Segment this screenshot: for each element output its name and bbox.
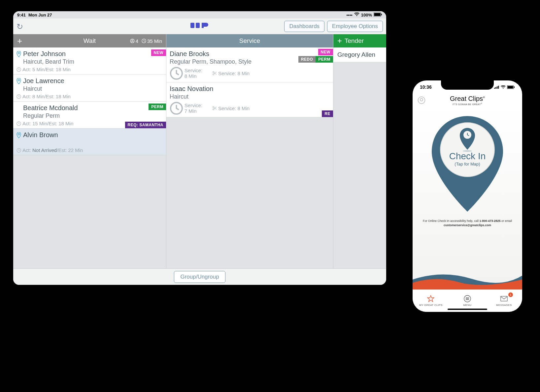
tender-header[interactable]: + Tender: [333, 34, 386, 47]
svg-rect-27: [508, 86, 513, 88]
customer-name: Beatrice Mcdonald: [23, 104, 78, 112]
service-list[interactable]: Diane Brooks Regular Perm, Shampoo, Styl…: [166, 47, 333, 268]
customer-services: Haircut: [170, 93, 330, 100]
app-logo: [190, 21, 209, 31]
service-column: Service Diane Brooks Regular Perm, Shamp…: [166, 34, 333, 268]
customer-name: Isaac Novation: [170, 85, 213, 93]
columns-area: + Wait 4 35 Min Peter Johnson Ha: [13, 34, 386, 268]
tab-messages[interactable]: 1 MESSAGES: [486, 290, 522, 312]
toolbar: ↻ Dashboards Employee Options: [13, 18, 386, 34]
iphone-status-icons: [494, 85, 515, 89]
battery-icon: [374, 13, 382, 17]
service-time: Service: 8 Min Service: 8 Min: [170, 67, 330, 80]
wait-time: Act: 5 Min/Est: 18 Min: [17, 67, 163, 72]
wait-title: Wait: [84, 37, 96, 45]
badge-perm: PERM: [316, 56, 333, 63]
status-time: 9:41: [17, 13, 26, 17]
svg-rect-24: [497, 86, 498, 89]
customer-name: Joe Lawrence: [23, 77, 64, 85]
tender-title: Tender: [345, 37, 364, 45]
wait-est: 35 Min: [142, 38, 162, 44]
iphone-device: 10:36 Great Clips® IT'S GONNA BE GREAT®: [408, 76, 527, 317]
service-time: Service: 7 Min Service: 8 Min: [170, 102, 330, 115]
badge-redo: REDO: [298, 56, 316, 63]
refresh-button[interactable]: ↻: [17, 22, 25, 31]
svg-rect-28: [514, 86, 515, 88]
employee-options-button[interactable]: Employee Options: [327, 21, 383, 32]
iphone-screen: 10:36 Great Clips® IT'S GONNA BE GREAT®: [413, 80, 522, 312]
ipad-device: 9:41 Mon Jun 27 •••• 100% ↻ Dashboards: [7, 5, 393, 291]
svg-point-18: [213, 106, 214, 108]
customer-services: Regular Perm: [23, 112, 163, 119]
signal-icon: ••••: [347, 13, 353, 17]
tender-column: + Tender Gregory Allen: [333, 34, 386, 268]
group-ungroup-button[interactable]: Group/Ungroup: [174, 271, 225, 283]
iphone-notch: [441, 80, 494, 90]
svg-point-14: [213, 74, 214, 75]
add-wait-button[interactable]: +: [17, 36, 22, 46]
envelope-icon: [500, 295, 508, 302]
tab-my-great-clips[interactable]: MY GREAT CLIPS: [413, 290, 449, 312]
svg-point-13: [213, 72, 214, 73]
svg-rect-2: [381, 14, 382, 15]
great-clips-logo: Great Clips® IT'S GONNA BE GREAT®: [450, 95, 485, 106]
checkin-pin[interactable]: Check In (Tap for Map): [424, 111, 510, 217]
iphone-header: Great Clips® IT'S GONNA BE GREAT®: [413, 94, 522, 108]
badge-new: NEW: [318, 49, 333, 55]
messages-badge: 1: [508, 292, 513, 297]
profile-icon[interactable]: [418, 97, 425, 104]
wait-item[interactable]: Peter Johnson Haircut, Beard Trim Act: 5…: [13, 47, 166, 75]
svg-rect-22: [494, 88, 495, 89]
tender-list[interactable]: Gregory Allen: [333, 47, 386, 268]
wait-list[interactable]: Peter Johnson Haircut, Beard Trim Act: 5…: [13, 47, 166, 268]
wait-time: Act: 8 Min/Est: 18 Min: [17, 94, 163, 99]
svg-rect-23: [495, 87, 496, 89]
wait-item[interactable]: Joe Lawrence Haircut Act: 8 Min/Est: 18 …: [13, 75, 166, 102]
customer-name: Diane Brooks: [170, 50, 209, 58]
service-header: Service: [166, 34, 333, 47]
svg-point-19: [213, 109, 214, 110]
svg-rect-25: [498, 86, 499, 89]
svg-rect-3: [190, 23, 194, 28]
wifi-icon: [354, 13, 359, 17]
wait-column: + Wait 4 35 Min Peter Johnson Ha: [13, 34, 166, 268]
service-item[interactable]: Diane Brooks Regular Perm, Shampoo, Styl…: [166, 47, 333, 82]
checkin-area[interactable]: Check In (Tap for Map) For Online Check-…: [413, 108, 522, 289]
add-tender-icon: +: [337, 36, 342, 45]
star-icon: [427, 295, 434, 302]
dashboards-button[interactable]: Dashboards: [284, 21, 324, 32]
bottom-bar: Group/Ungroup: [13, 268, 386, 285]
wait-count: 4: [130, 38, 138, 44]
wait-item[interactable]: Beatrice Mcdonald Regular Perm Act: 15 M…: [13, 102, 166, 129]
svg-rect-1: [374, 13, 381, 16]
service-title: Service: [239, 37, 260, 45]
wait-header: + Wait 4 35 Min: [13, 34, 166, 47]
ipad-status-bar: 9:41 Mon Jun 27 •••• 100%: [13, 11, 386, 18]
help-text: For Online Check-In accessibility help, …: [413, 217, 522, 229]
iphone-time: 10:36: [420, 84, 432, 90]
svg-rect-4: [196, 23, 200, 28]
home-indicator[interactable]: [448, 309, 487, 310]
wait-item[interactable]: Alvin Brown Act: Not Arrived/Est: 22 Min: [13, 129, 166, 155]
customer-name: Alvin Brown: [23, 131, 58, 139]
svg-point-6: [132, 40, 133, 41]
badge-new: NEW: [151, 49, 166, 56]
menu-icon: [464, 295, 471, 302]
service-item[interactable]: Isaac Novation Haircut Service: 7 Min Se…: [166, 82, 333, 117]
wave-graphic: [413, 270, 522, 289]
ipad-screen: 9:41 Mon Jun 27 •••• 100% ↻ Dashboards: [13, 11, 386, 285]
customer-services: Haircut: [23, 85, 163, 92]
svg-rect-36: [501, 296, 507, 301]
badge-perm: PERM: [149, 104, 166, 110]
customer-services: Haircut, Beard Trim: [23, 58, 163, 65]
customer-name: Peter Johnson: [23, 50, 66, 58]
tender-item[interactable]: Gregory Allen: [333, 47, 386, 62]
wait-time: Act: Not Arrived/Est: 22 Min: [17, 147, 163, 153]
badge-req: RE: [322, 110, 333, 117]
badge-req: REQ: SAMANTHA: [125, 122, 166, 128]
checkin-text: Check In (Tap for Map): [424, 151, 510, 166]
battery-percent: 100%: [361, 13, 372, 17]
status-date: Mon Jun 27: [28, 13, 52, 17]
